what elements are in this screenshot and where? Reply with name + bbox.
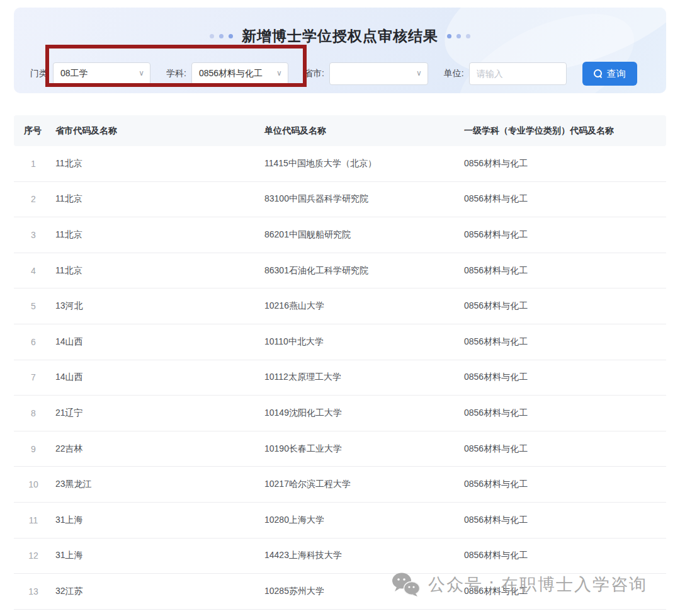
row-province-cell: 11北京 (55, 158, 264, 169)
row-index-cell: 11 (24, 515, 43, 525)
row-index-cell: 7 (24, 372, 43, 382)
table-row: 10 23黑龙江 10217哈尔滨工程大学 0856材料与化工 (14, 467, 666, 503)
row-unit-cell: 10112太原理工大学 (264, 372, 464, 383)
row-province-cell: 31上海 (55, 550, 264, 561)
row-unit-cell: 83100中国兵器科学研究院 (264, 193, 464, 205)
row-discipline-cell: 0856材料与化工 (464, 158, 666, 169)
row-province-cell: 11北京 (55, 229, 264, 241)
row-unit-cell: 10217哈尔滨工程大学 (264, 479, 464, 490)
row-unit-cell: 10216燕山大学 (264, 300, 464, 312)
row-index-cell: 1 (24, 159, 43, 169)
province-filter-group: 省市: ∨ (304, 62, 428, 85)
table-row: 5 13河北 10216燕山大学 0856材料与化工 (14, 288, 666, 324)
table-row: 9 22吉林 10190长春工业大学 0856材料与化工 (14, 431, 666, 467)
table-row: 3 11北京 86201中国舰船研究院 0856材料与化工 (14, 217, 666, 253)
unit-input[interactable] (469, 62, 567, 85)
row-discipline-cell: 0856材料与化工 (464, 372, 666, 383)
row-province-cell: 32江苏 (55, 586, 264, 597)
row-province-cell: 23黑龙江 (55, 479, 264, 490)
row-discipline-cell: 0856材料与化工 (464, 193, 666, 205)
filter-row: 门类 08工学 ∨ 学科: 0856材料与化工 ∨ 省市: ∨ (30, 62, 654, 86)
chevron-down-icon: ∨ (139, 69, 144, 77)
row-index-cell: 10 (24, 479, 43, 489)
row-unit-cell: 14423上海科技大学 (264, 550, 464, 561)
row-unit-cell: 11415中国地质大学（北京） (264, 158, 464, 169)
title-dots-right-icon (447, 34, 470, 38)
subject-filter-group: 学科: 0856材料与化工 ∨ (166, 62, 288, 85)
table-row: 7 14山西 10112太原理工大学 0856材料与化工 (14, 360, 666, 396)
row-index-cell: 3 (24, 230, 43, 240)
table-row: 4 11北京 86301石油化工科学研究院 0856材料与化工 (14, 253, 666, 289)
row-province-cell: 11北京 (55, 193, 264, 205)
table-row: 1 11北京 11415中国地质大学（北京） 0856材料与化工 (14, 146, 666, 182)
table-body: 1 11北京 11415中国地质大学（北京） 0856材料与化工 2 11北京 … (14, 146, 666, 610)
title-row: 新增博士学位授权点审核结果 (14, 26, 666, 46)
chevron-down-icon: ∨ (416, 69, 422, 77)
subject-select[interactable]: 0856材料与化工 ∨ (191, 62, 288, 85)
search-button-label: 查询 (607, 68, 626, 80)
row-index-cell: 4 (24, 266, 43, 276)
column-header-province: 省市代码及名称 (55, 125, 264, 137)
row-discipline-cell: 0856材料与化工 (464, 586, 666, 597)
unit-filter-group: 单位: (444, 62, 567, 85)
row-index-cell: 12 (24, 550, 43, 561)
results-table: 序号 省市代码及名称 单位代码及名称 一级学科（专业学位类别）代码及名称 1 1… (14, 115, 666, 610)
row-unit-cell: 10110中北大学 (264, 336, 464, 348)
row-province-cell: 21辽宁 (55, 408, 264, 419)
page-title: 新增博士学位授权点审核结果 (242, 26, 438, 46)
row-unit-cell: 10190长春工业大学 (264, 443, 464, 455)
table-row: 12 31上海 14423上海科技大学 0856材料与化工 (14, 539, 666, 574)
row-unit-cell: 10149沈阳化工大学 (264, 408, 464, 419)
category-select[interactable]: 08工学 ∨ (53, 62, 150, 85)
row-discipline-cell: 0856材料与化工 (464, 408, 666, 419)
category-label: 门类 (30, 68, 48, 79)
table-row: 2 11北京 83100中国兵器科学研究院 0856材料与化工 (14, 182, 666, 218)
row-discipline-cell: 0856材料与化工 (464, 479, 666, 490)
row-province-cell: 13河北 (55, 300, 264, 312)
row-discipline-cell: 0856材料与化工 (464, 300, 666, 312)
filter-panel: 新增博士学位授权点审核结果 门类 08工学 ∨ 学科: 0856材料与化工 (14, 8, 666, 93)
row-discipline-cell: 0856材料与化工 (464, 550, 666, 561)
row-index-cell: 5 (24, 301, 43, 311)
row-unit-cell: 86301石油化工科学研究院 (264, 265, 464, 277)
table-row: 11 31上海 10280上海大学 0856材料与化工 (14, 503, 666, 539)
row-index-cell: 13 (24, 586, 43, 596)
column-header-index: 序号 (24, 125, 55, 137)
search-button[interactable]: 查询 (582, 62, 637, 86)
row-province-cell: 14山西 (55, 372, 264, 383)
row-discipline-cell: 0856材料与化工 (464, 515, 666, 526)
row-province-cell: 11北京 (55, 265, 264, 277)
province-select[interactable]: ∨ (329, 62, 428, 85)
row-unit-cell: 86201中国舰船研究院 (264, 229, 464, 241)
column-header-unit: 单位代码及名称 (264, 125, 464, 137)
row-discipline-cell: 0856材料与化工 (464, 229, 666, 241)
row-province-cell: 22吉林 (55, 443, 264, 455)
row-index-cell: 2 (24, 194, 43, 204)
category-filter-group: 门类 08工学 ∨ (30, 62, 150, 85)
unit-label: 单位: (444, 68, 464, 79)
page: 新增博士学位授权点审核结果 门类 08工学 ∨ 学科: 0856材料与化工 (0, 0, 680, 616)
row-index-cell: 8 (24, 408, 43, 418)
row-unit-cell: 10285苏州大学 (264, 586, 464, 597)
table-header-row: 序号 省市代码及名称 单位代码及名称 一级学科（专业学位类别）代码及名称 (14, 115, 666, 146)
row-province-cell: 31上海 (55, 515, 264, 526)
row-index-cell: 9 (24, 444, 43, 454)
row-discipline-cell: 0856材料与化工 (464, 336, 666, 348)
row-unit-cell: 10280上海大学 (264, 515, 464, 526)
row-discipline-cell: 0856材料与化工 (464, 443, 666, 455)
row-province-cell: 14山西 (55, 336, 264, 348)
subject-label: 学科: (166, 68, 186, 79)
subject-select-value: 0856材料与化工 (199, 68, 263, 79)
column-header-discipline: 一级学科（专业学位类别）代码及名称 (464, 125, 666, 137)
table-row: 6 14山西 10110中北大学 0856材料与化工 (14, 324, 666, 360)
category-select-value: 08工学 (60, 68, 88, 79)
chevron-down-icon: ∨ (276, 69, 282, 77)
search-icon (594, 69, 603, 78)
province-label: 省市: (304, 68, 324, 79)
row-discipline-cell: 0856材料与化工 (464, 265, 666, 277)
row-index-cell: 6 (24, 337, 43, 347)
table-row: 13 32江苏 10285苏州大学 0856材料与化工 (14, 574, 666, 610)
table-row: 8 21辽宁 10149沈阳化工大学 0856材料与化工 (14, 396, 666, 431)
title-dots-left-icon (210, 34, 233, 38)
